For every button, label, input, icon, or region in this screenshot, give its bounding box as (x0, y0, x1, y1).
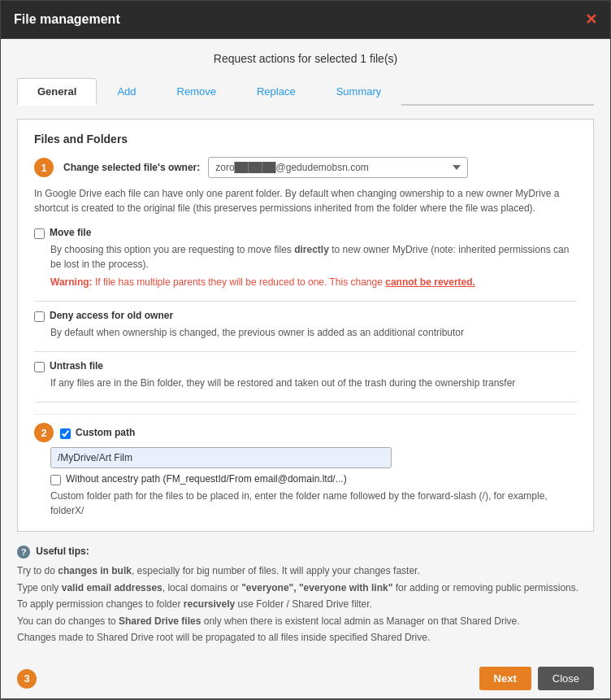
step3-badge: 3 (17, 669, 37, 689)
tip-line-1: Try to do changes in bulk, especially fo… (17, 563, 594, 579)
untrash-desc: If any files are in the Bin folder, they… (50, 376, 577, 390)
tip-line-4: You can do changes to Shared Drive files… (17, 613, 594, 629)
without-ancestry-row: Without ancestry path (FM_requestId/From… (50, 473, 577, 485)
file-management-modal: File management ✕ Request actions for se… (0, 0, 611, 699)
divider1 (34, 301, 577, 302)
without-ancestry-label: Without ancestry path (FM_requestId/From… (66, 473, 347, 485)
modal-title: File management (14, 12, 120, 27)
modal-footer: 3 Next Close (1, 659, 610, 698)
move-file-label: Move file (50, 227, 91, 238)
step2-badge: 2 (34, 423, 54, 442)
tips-header: ? Useful tips: (17, 543, 594, 559)
content-panel: Files and Folders 1 Change selected file… (17, 119, 594, 532)
owner-select[interactable]: zoro██████@gedudemobsn.com (208, 157, 468, 178)
owner-row: 1 Change selected file's owner: zoro████… (34, 157, 577, 178)
tab-summary[interactable]: Summary (316, 78, 402, 106)
move-file-checkbox[interactable] (34, 228, 45, 239)
tab-add[interactable]: Add (97, 78, 156, 106)
custom-path-input[interactable] (50, 447, 392, 468)
next-button[interactable]: Next (479, 667, 531, 690)
request-title: Request actions for selected 1 file(s) (17, 52, 594, 65)
untrash-row: Untrash file (34, 360, 577, 372)
custom-path-checkbox-row: Custom path (60, 427, 135, 439)
step2-row: 2 Custom path (34, 423, 577, 442)
tab-remove[interactable]: Remove (157, 78, 236, 106)
modal-body: Request actions for selected 1 file(s) G… (1, 39, 610, 659)
step3-badge-area: 3 (17, 669, 43, 689)
deny-access-checkbox[interactable] (34, 311, 45, 322)
untrash-checkbox[interactable] (34, 362, 45, 372)
deny-access-desc: By default when ownership is changed, th… (50, 325, 577, 340)
move-file-warning: Warning: If file has multiple parents th… (50, 275, 577, 289)
owner-label: Change selected file's owner: (63, 162, 200, 173)
close-icon[interactable]: ✕ (585, 11, 597, 28)
move-file-section: Move file By choosing this option you ar… (34, 227, 577, 289)
custom-path-label: Custom path (76, 427, 135, 438)
tabs-bar: General Add Remove Replace Summary (17, 76, 594, 106)
custom-path-desc: Custom folder path for the files to be p… (50, 489, 577, 518)
tip-line-3: To apply permission changes to folder re… (17, 596, 594, 612)
custom-path-checkbox[interactable] (60, 428, 71, 439)
modal-header: File management ✕ (1, 1, 610, 39)
tips-section: ? Useful tips: Try to do changes in bulk… (17, 543, 594, 646)
move-file-row: Move file (34, 227, 577, 239)
untrash-label: Untrash file (50, 360, 103, 372)
owner-description: In Google Drive each file can have only … (34, 186, 577, 215)
divider3 (34, 402, 577, 402)
tip-line-2: Type only valid email addresses, local d… (17, 580, 594, 596)
section-title: Files and Folders (34, 133, 577, 146)
custom-path-section: 2 Custom path Without ancestry path (FM_… (34, 414, 577, 518)
deny-access-section: Deny access for old owner By default whe… (34, 310, 577, 340)
tab-replace[interactable]: Replace (236, 78, 316, 106)
tips-icon: ? (17, 546, 30, 559)
divider2 (34, 351, 577, 352)
step1-badge: 1 (34, 158, 54, 177)
deny-access-label: Deny access for old owner (50, 310, 173, 321)
custom-path-input-row (34, 447, 577, 468)
tab-general[interactable]: General (17, 78, 97, 106)
tip-line-5: Changes made to Shared Drive root will b… (17, 629, 594, 646)
untrash-section: Untrash file If any files are in the Bin… (34, 360, 577, 390)
close-button[interactable]: Close (538, 667, 594, 690)
move-file-desc: By choosing this option you are requesti… (50, 242, 577, 272)
deny-access-row: Deny access for old owner (34, 310, 577, 322)
without-ancestry-checkbox[interactable] (50, 475, 61, 485)
